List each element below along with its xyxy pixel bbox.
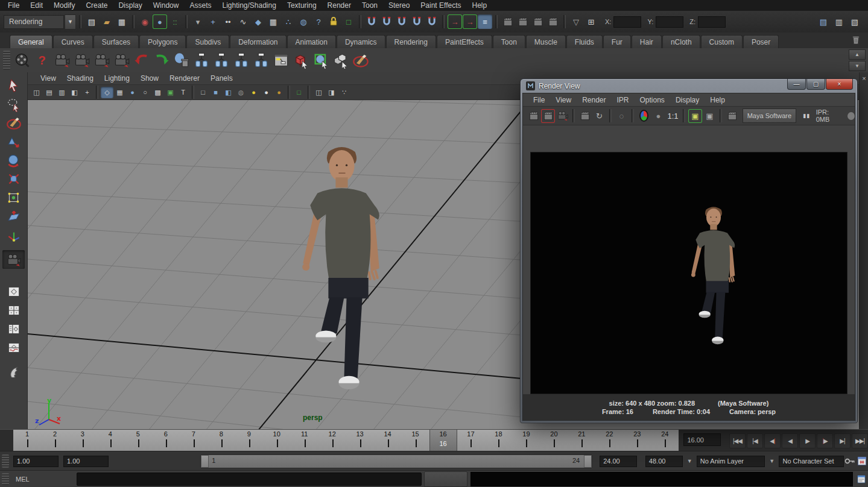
field-chart-icon[interactable]: ▩ [151, 87, 164, 98]
keep-image-icon[interactable]: ▣ [688, 109, 702, 123]
timeline-frame-9[interactable]: 9 [235, 430, 263, 451]
threed-paint-tool-icon[interactable] [350, 51, 370, 71]
pause-ipr-icon[interactable]: ▮▮ [800, 109, 814, 123]
panel-menu-renderer[interactable]: Renderer [164, 73, 205, 84]
shelf-trash-icon[interactable] [849, 33, 863, 47]
menu-set-selector[interactable]: Rendering [4, 15, 64, 29]
material-sample-icon[interactable] [231, 51, 251, 71]
convert-to-file-texture-icon[interactable] [331, 51, 350, 71]
timeline-frame-7[interactable]: 7 [180, 430, 207, 451]
character-set-selector[interactable]: No Character Set [779, 456, 844, 467]
shading-group-icon[interactable] [191, 51, 211, 71]
menu-texturing[interactable]: Texturing [282, 0, 322, 11]
show-manipulator-tool[interactable] [2, 225, 25, 244]
timeline-frame-5[interactable]: 5 [124, 430, 152, 451]
select-camera-icon[interactable]: ◫ [30, 87, 43, 98]
timeline-frame-15[interactable]: 15 [402, 430, 429, 451]
shelf-tab-muscle[interactable]: Muscle [526, 35, 566, 48]
timeline-frame-20[interactable]: 20 [540, 430, 568, 451]
animation-start-field[interactable]: 1.00 [13, 456, 59, 467]
timeline-frame-22[interactable]: 22 [595, 430, 623, 451]
set-key-icon[interactable] [844, 455, 856, 467]
mask-rendering-icon[interactable]: ◍ [296, 14, 311, 29]
mel-input-field[interactable] [77, 473, 422, 486]
play-backwards-button[interactable]: ◀ [782, 433, 798, 448]
safe-title-icon[interactable]: T [177, 87, 189, 98]
menu-create[interactable]: Create [80, 0, 113, 11]
panel-menu-view[interactable]: View [35, 73, 62, 84]
show-tool-settings-icon[interactable]: ▥ [832, 14, 846, 29]
timeline-ruler[interactable]: 1234567891011121314151616171819202122232… [13, 430, 679, 451]
anim-layer-dropdown-icon[interactable]: ▼ [685, 457, 694, 465]
hypershade-icon[interactable] [271, 51, 291, 71]
command-line-divider[interactable] [424, 471, 467, 487]
open-scene-icon[interactable]: ▰ [100, 14, 114, 29]
use-all-lights-icon[interactable]: ◍ [235, 87, 247, 98]
layout-persp-graph[interactable] [2, 338, 25, 357]
range-end-handle[interactable] [584, 455, 592, 468]
shelf-tab-rendering[interactable]: Rendering [386, 35, 436, 48]
timeline-frame-16[interactable]: 1616 [429, 430, 457, 451]
undo-view-change-icon[interactable] [131, 51, 151, 71]
delete-unused-nodes-icon[interactable] [171, 51, 191, 71]
close-button[interactable]: × [826, 79, 853, 90]
render-view-window[interactable]: Render View — ▢ × FileViewRenderIPROptio… [520, 78, 858, 423]
snap-to-planes-icon[interactable] [410, 14, 424, 29]
select-hierarchy-mode-icon[interactable]: ◉ [138, 14, 152, 29]
timeline-frame-17[interactable]: 17 [457, 430, 485, 451]
input-field-mode-icon[interactable]: ⊞ [584, 14, 598, 29]
soft-modification-tool[interactable] [2, 207, 25, 225]
timeline-frame-21[interactable]: 21 [568, 430, 595, 451]
remove-image-icon[interactable]: ▣ [703, 109, 717, 123]
anim-layer-selector[interactable]: No Anim Layer [697, 456, 765, 467]
shelf-tab-ncloth[interactable]: nCloth [662, 35, 700, 48]
snapshot-icon[interactable] [556, 109, 569, 123]
mask-points-icon[interactable]: •• [221, 14, 235, 29]
lasso-select-tool[interactable] [2, 95, 25, 113]
shelf-tab-dynamics[interactable]: Dynamics [337, 35, 385, 48]
zoom-one-to-one-label[interactable]: 1:1 [666, 109, 680, 123]
gate-mask-icon[interactable]: ○ [139, 87, 151, 98]
playback-range-slider[interactable]: 1 24 [200, 454, 592, 468]
camera-attributes-icon[interactable]: ▤ [43, 87, 55, 98]
menu-toon[interactable]: Toon [356, 0, 383, 11]
snap-to-view-planes-icon[interactable] [425, 14, 439, 29]
light-white-icon[interactable]: ● [260, 87, 273, 98]
light-yellow-icon[interactable]: ● [247, 87, 260, 98]
selection-mask-dropdown-icon[interactable]: ▾ [191, 14, 205, 29]
panel-menu-show[interactable]: Show [135, 73, 164, 84]
rendered-image[interactable] [530, 152, 847, 394]
mask-all-icon[interactable]: + [206, 14, 220, 29]
shelf-tab-animation[interactable]: Animation [287, 35, 336, 48]
timeline-frame-4[interactable]: 4 [97, 430, 124, 451]
shelf-tab-toon[interactable]: Toon [493, 35, 525, 48]
step-back-frame-button[interactable]: |◀ [747, 433, 763, 448]
paint-effects-panel[interactable] [2, 362, 25, 380]
assign-material-icon[interactable] [291, 51, 311, 71]
input-connections-icon[interactable]: → [448, 14, 462, 29]
snap-to-curves-icon[interactable] [379, 14, 394, 29]
timeline-frame-14[interactable]: 14 [374, 430, 402, 451]
shelf-tab-polygons[interactable]: Polygons [139, 35, 186, 48]
timeline-frame-13[interactable]: 13 [346, 430, 374, 451]
shelf-tab-poser[interactable]: Poser [743, 35, 779, 48]
shelf-tab-curves[interactable]: Curves [53, 35, 93, 48]
render-view-menu-view[interactable]: View [550, 95, 577, 105]
menu-help[interactable]: Help [467, 0, 493, 11]
current-time-field[interactable]: 16.00 [683, 433, 721, 446]
image-plane-icon[interactable]: ◧ [68, 87, 81, 98]
menu-render[interactable]: Render [322, 0, 356, 11]
grid-display-icon[interactable]: ◇ [101, 87, 113, 98]
ipr-render-icon[interactable] [531, 14, 545, 29]
z-input[interactable] [698, 16, 726, 28]
panel-menu-shading[interactable]: Shading [62, 73, 99, 84]
go-to-start-button[interactable]: |◀◀ [729, 433, 746, 448]
timeline-frame-1[interactable]: 1 [13, 430, 41, 451]
move-tool[interactable] [2, 132, 25, 151]
render-view-titlebar[interactable]: Render View — ▢ × [522, 79, 855, 93]
render-help-icon[interactable]: ? [32, 51, 52, 71]
menu-edit[interactable]: Edit [25, 0, 48, 11]
lock-selection-icon[interactable] [326, 14, 341, 29]
menu-display[interactable]: Display [113, 0, 147, 11]
timeline-frame-6[interactable]: 6 [152, 430, 180, 451]
